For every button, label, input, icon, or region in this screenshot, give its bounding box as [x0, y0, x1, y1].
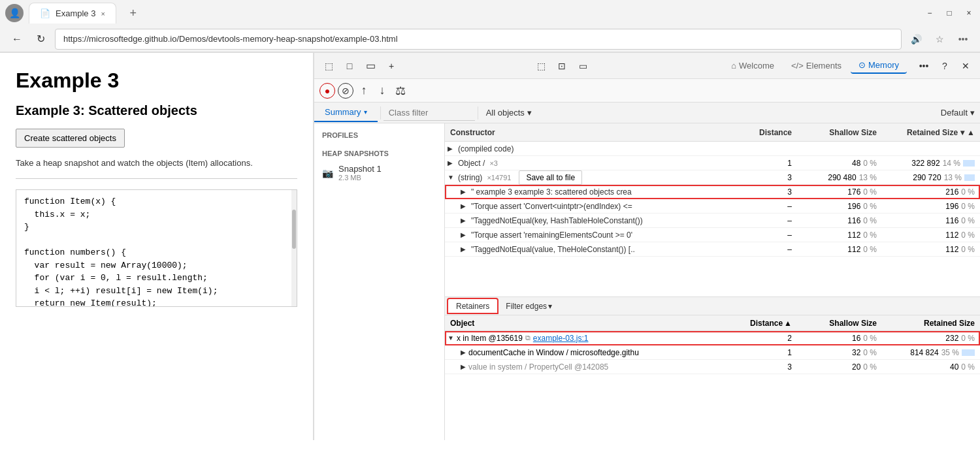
- scroll-indicator: ▲: [967, 128, 975, 137]
- table-row[interactable]: ▶ "TaggedNotEqual(key, HashTableHoleCons…: [445, 214, 980, 228]
- cell-constructor: ▶ "Torque assert 'Convert<uintptr>(endIn…: [445, 202, 745, 211]
- upload-profile-button[interactable]: ↑: [356, 83, 372, 99]
- table-row[interactable]: ▼ (string) ×14791 Save all to file 3 290…: [445, 170, 980, 185]
- filter-edges-label: Filter edges: [506, 302, 547, 311]
- read-aloud-icon[interactable]: 🔊: [907, 30, 925, 48]
- bottom-row[interactable]: ▶ documentCache in Window / microsoftedg…: [445, 345, 980, 360]
- filter-edges-button[interactable]: Filter edges ▾: [500, 299, 557, 313]
- favorites-icon[interactable]: ☆: [930, 30, 949, 48]
- new-tab-button[interactable]: +: [124, 4, 142, 22]
- cell-distance: –: [745, 245, 797, 254]
- expand-icon[interactable]: ▶: [461, 217, 468, 224]
- table-row[interactable]: ▶ "Torque assert 'remainingElementsCount…: [445, 228, 980, 242]
- default-dropdown[interactable]: Default ▾: [936, 105, 980, 120]
- sort-icon[interactable]: ▾: [960, 128, 964, 137]
- snapshot-size: 2.3 MB: [338, 174, 436, 182]
- table-row[interactable]: ▶ "Torque assert 'Convert<uintptr>(endIn…: [445, 199, 980, 214]
- retainers-tab[interactable]: Retainers: [448, 298, 498, 313]
- table-row-highlighted[interactable]: ▶ " example 3 example 3: scattered objec…: [445, 185, 980, 199]
- expand-icon[interactable]: ▼: [448, 174, 455, 181]
- memory-view-tabs: Summary ▾ All objects ▾ Default ▾: [314, 103, 980, 123]
- expand-icon[interactable]: ▶: [461, 246, 468, 253]
- cell-distance: 3: [745, 187, 797, 197]
- bottom-row[interactable]: ▶ value in system / PropertyCell @142085…: [445, 360, 980, 374]
- retained-value: 322 892: [911, 159, 939, 168]
- expand-icon[interactable]: ▶: [461, 202, 468, 210]
- retained-pct: 0 %: [961, 334, 975, 343]
- profile-avatar[interactable]: 👤: [5, 4, 24, 22]
- maximize-button[interactable]: □: [943, 7, 955, 19]
- refresh-button[interactable]: ↻: [31, 30, 50, 48]
- home-icon: ⌂: [731, 61, 736, 71]
- cell-distance: –: [745, 202, 797, 211]
- row-label: value in system / PropertyCell @142085: [468, 362, 608, 372]
- create-scattered-objects-button[interactable]: Create scattered objects: [16, 129, 125, 148]
- compare-profiles-button[interactable]: ⚖: [393, 83, 408, 99]
- summary-dropdown-arrow[interactable]: ▾: [364, 108, 367, 116]
- cell-distance: –: [745, 216, 797, 225]
- clear-profiles-button[interactable]: ⊘: [338, 83, 353, 99]
- inspect-icon[interactable]: ⬚: [532, 57, 550, 75]
- expand-icon[interactable]: ▶: [448, 159, 455, 167]
- save-all-to-file-button[interactable]: Save all to file: [519, 170, 582, 185]
- browser-tab[interactable]: 📄 Example 3 ×: [29, 3, 116, 24]
- table-row[interactable]: ▶ "TaggedNotEqual(value, TheHoleConstant…: [445, 242, 980, 257]
- bcol-distance: Distance ▲: [732, 319, 797, 328]
- cell-shallow: 112 0 %: [797, 231, 882, 240]
- expand-icon[interactable]: ▶: [461, 349, 466, 356]
- retained-value: 112: [945, 245, 958, 254]
- dock-icon-1[interactable]: ⬚: [319, 57, 338, 75]
- shallow-pct: 0 %: [863, 231, 877, 240]
- dock-icon-4[interactable]: +: [382, 57, 400, 75]
- code-scrollbar[interactable]: [291, 190, 297, 306]
- panel-layout-icon[interactable]: ▭: [574, 57, 592, 75]
- source-link[interactable]: example-03.js:1: [533, 334, 589, 343]
- dock-icon-3[interactable]: ▭: [361, 57, 380, 75]
- devtools-close-icon[interactable]: ✕: [956, 57, 975, 75]
- filter-separator: [478, 106, 478, 120]
- default-label: Default: [941, 108, 968, 118]
- scrollbar-thumb[interactable]: [292, 210, 296, 249]
- devtools-more-icon[interactable]: •••: [915, 57, 933, 75]
- cell-constructor: ▼ (string) ×14791 Save all to file: [445, 170, 745, 185]
- cell-shallow: 290 480 13 %: [797, 173, 882, 182]
- code-line-7: for (var i = 0, l = result.length;: [24, 272, 289, 285]
- window-close-button[interactable]: ×: [963, 7, 975, 19]
- tab-close-button[interactable]: ×: [101, 10, 105, 18]
- more-icon[interactable]: •••: [954, 30, 972, 48]
- cell-retained: 112 0 %: [882, 231, 980, 240]
- bcell-distance: 1: [732, 348, 797, 357]
- divider: [16, 178, 297, 179]
- objects-filter-dropdown[interactable]: All objects ▾: [481, 105, 537, 120]
- retained-pct: 35 %: [941, 348, 959, 357]
- bcell-shallow: 20 0 %: [797, 362, 882, 372]
- devtools-help-icon[interactable]: ?: [936, 57, 954, 75]
- tab-elements[interactable]: </> Elements: [783, 58, 849, 73]
- tab-memory[interactable]: ⊙ Memory: [851, 57, 907, 74]
- cell-constructor: ▶ Object / ×3: [445, 159, 745, 168]
- address-input[interactable]: [55, 29, 902, 50]
- tab-welcome[interactable]: ⌂ Welcome: [723, 58, 782, 73]
- expand-icon[interactable]: ▶: [461, 188, 468, 195]
- page-content: Example 3 Example 3: Scattered objects C…: [0, 53, 314, 440]
- sort-asc-icon[interactable]: ▲: [784, 319, 792, 328]
- col-distance-header: Distance: [745, 128, 797, 137]
- class-filter-input[interactable]: [384, 105, 475, 121]
- back-button[interactable]: ←: [8, 30, 26, 48]
- collapse-icon[interactable]: ▼: [448, 334, 454, 342]
- copy-icon[interactable]: ⧉: [525, 334, 531, 342]
- dock-icon-2[interactable]: □: [340, 57, 359, 75]
- download-profile-button[interactable]: ↓: [374, 83, 390, 99]
- device-toggle-icon[interactable]: ⊡: [553, 57, 571, 75]
- snapshot-item-1[interactable]: 📷 Snapshot 1 2.3 MB: [314, 160, 444, 185]
- minimize-button[interactable]: −: [924, 7, 936, 19]
- record-heap-snapshot-button[interactable]: ●: [319, 83, 335, 99]
- expand-icon[interactable]: ▶: [461, 363, 466, 370]
- expand-icon[interactable]: ▶: [448, 145, 455, 152]
- table-row[interactable]: ▶ Object / ×3 1 48 0 % 322 892: [445, 156, 980, 170]
- bottom-row-highlighted[interactable]: ▼ x in Item @135619 ⧉ example-03.js:1 2 …: [445, 331, 980, 345]
- page-subtitle: Example 3: Scattered objects: [16, 103, 297, 118]
- expand-icon[interactable]: ▶: [461, 231, 468, 238]
- table-row[interactable]: ▶ (compiled code): [445, 142, 980, 156]
- tab-summary[interactable]: Summary ▾: [314, 103, 378, 122]
